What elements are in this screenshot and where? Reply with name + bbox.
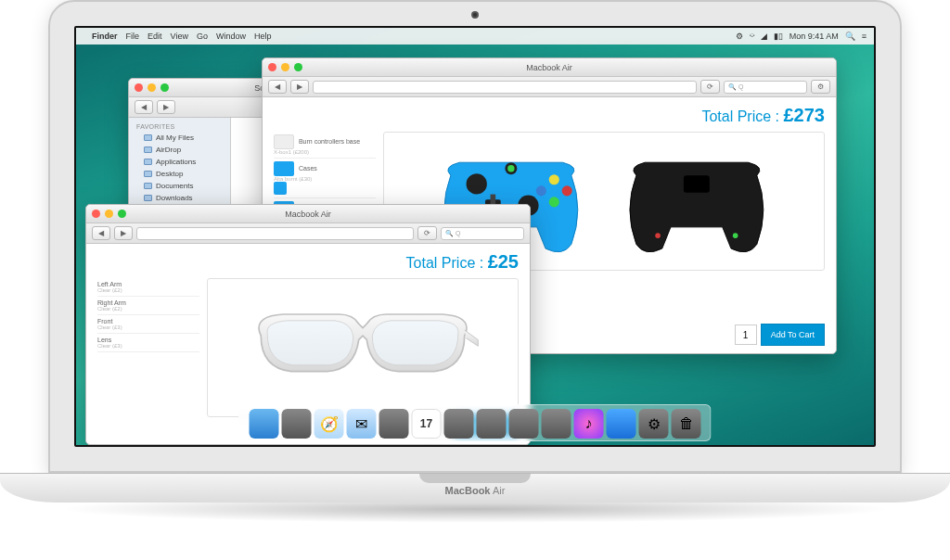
forward-button[interactable]: ▶ (290, 80, 309, 94)
dock-prefs-icon[interactable]: ⚙ (639, 409, 669, 439)
dock-trash-icon[interactable]: 🗑 (672, 409, 701, 439)
svg-point-5 (549, 197, 559, 207)
sidebar-item-applications[interactable]: Applications (129, 156, 230, 168)
desktop-screen: Finder File Edit View Go Window Help ⚙ ⌔… (74, 26, 876, 447)
address-bar[interactable] (313, 81, 697, 94)
controller-back-image (610, 141, 783, 261)
laptop-notch (419, 474, 531, 483)
option-left-arm[interactable]: Left ArmClear (£2) (97, 278, 199, 297)
dock-facetime-icon[interactable] (542, 409, 571, 439)
back-button[interactable]: ◀ (92, 226, 110, 240)
search-icon: 🔍 (728, 83, 737, 91)
macbook-mockup: Finder File Edit View Go Window Help ⚙ ⌔… (48, 0, 902, 519)
dock-mail-icon[interactable]: ✉︎ (347, 409, 377, 439)
dock-contacts-icon[interactable] (379, 409, 409, 439)
zoom-icon[interactable] (118, 210, 126, 218)
forward-button[interactable]: ▶ (114, 226, 133, 240)
sidebar-item-downloads[interactable]: Downloads (129, 192, 230, 204)
volume-icon[interactable]: ◢ (761, 32, 767, 41)
bluetooth-icon[interactable]: ⚙ (736, 32, 743, 41)
spotlight-icon[interactable]: 🔍 (845, 32, 855, 41)
option-base[interactable]: Burn controllers base X-box1 (£200) (274, 132, 376, 159)
camera-dot (471, 11, 479, 19)
browser-title: Macbook Air (526, 63, 572, 72)
total-price: Total Price : £25 (97, 251, 519, 273)
product-preview (207, 278, 519, 417)
svg-point-3 (562, 185, 572, 196)
menu-edit[interactable]: Edit (148, 32, 162, 41)
menu-help[interactable]: Help (254, 32, 272, 41)
airdrop-icon (144, 146, 152, 153)
close-icon[interactable] (268, 63, 276, 71)
option-lens[interactable]: LensClear (£3) (97, 334, 199, 352)
dock-calendar-icon[interactable]: 17 (412, 409, 442, 439)
browser-toolbar: ◀ ▶ ⟳ 🔍Q (86, 223, 530, 244)
dock-notes-icon[interactable] (444, 409, 474, 439)
battery-icon[interactable]: ▮▯ (774, 32, 783, 41)
documents-icon (144, 183, 152, 189)
laptop-bezel: Finder File Edit View Go Window Help ⚙ ⌔… (48, 0, 902, 473)
favorites-header: FAVORITES (129, 121, 230, 132)
sidebar-item-documents[interactable]: Documents (129, 180, 230, 192)
dock: 🧭 ✉︎ 17 ♪ ⚙ 🗑 (239, 404, 712, 441)
svg-rect-11 (684, 175, 710, 193)
reload-button[interactable]: ⟳ (700, 80, 720, 94)
zoom-icon[interactable] (160, 83, 169, 92)
zoom-icon[interactable] (294, 63, 302, 71)
total-price: Total Price : £273 (274, 105, 825, 126)
laptop-base: MacBook Air (0, 473, 950, 503)
svg-point-13 (733, 233, 738, 238)
notifications-icon[interactable]: ≡ (862, 32, 867, 41)
dock-launchpad-icon[interactable] (282, 409, 312, 439)
option-right-arm[interactable]: Right ArmClear (£2) (97, 297, 199, 315)
add-to-cart-button[interactable]: Add To Cart (761, 324, 825, 346)
sidebar-item-desktop[interactable]: Desktop (129, 168, 230, 180)
controller-thumb-icon (274, 134, 294, 149)
wifi-icon[interactable]: ⌔ (750, 32, 754, 41)
downloads-icon (144, 195, 152, 201)
close-icon[interactable] (92, 210, 100, 218)
laptop-label: MacBook Air (445, 485, 506, 496)
menu-go[interactable]: Go (197, 32, 208, 41)
svg-point-4 (536, 185, 546, 196)
back-button[interactable]: ◀ (268, 80, 287, 94)
folder-icon (144, 134, 152, 141)
dock-finder-icon[interactable] (250, 409, 279, 439)
browser-toolbar: ◀ ▶ ⟳ 🔍Q ⚙ (263, 77, 836, 97)
menu-view[interactable]: View (171, 32, 188, 41)
browser-titlebar[interactable]: Macbook Air (263, 58, 836, 77)
sidebar-item-all-my-files[interactable]: All My Files (129, 132, 230, 144)
color-swatch-blue[interactable] (274, 182, 287, 195)
search-field[interactable]: 🔍Q (441, 227, 524, 240)
dock-messages-icon[interactable] (509, 409, 539, 439)
option-front[interactable]: FrontClear (£3) (97, 315, 199, 334)
minimize-icon[interactable] (281, 63, 289, 71)
minimize-icon[interactable] (148, 83, 156, 92)
sidebar-item-airdrop[interactable]: AirDrop (129, 144, 230, 156)
apps-icon (144, 159, 152, 165)
search-field[interactable]: 🔍Q (724, 81, 807, 94)
menubar-app[interactable]: Finder (92, 32, 118, 41)
menu-window[interactable]: Window (216, 32, 246, 41)
browser-title: Macbook Air (285, 210, 331, 219)
minimize-icon[interactable] (105, 210, 113, 218)
svg-point-0 (467, 173, 487, 194)
close-icon[interactable] (135, 83, 143, 92)
dock-safari-icon[interactable]: 🧭 (315, 409, 344, 439)
dock-appstore-icon[interactable] (607, 409, 636, 439)
option-cases[interactable]: Cases Alta burnt (£30) (274, 159, 376, 198)
controller-thumb-icon (274, 161, 294, 176)
back-button[interactable]: ◀ (135, 100, 153, 114)
dock-maps-icon[interactable] (477, 409, 507, 439)
forward-button[interactable]: ▶ (157, 100, 175, 114)
reload-button[interactable]: ⟳ (417, 226, 437, 240)
browser-titlebar[interactable]: Macbook Air (86, 205, 530, 223)
price-amount: £25 (488, 251, 519, 272)
menubar-clock[interactable]: Mon 9:41 AM (790, 32, 839, 41)
quantity-input[interactable] (735, 325, 757, 345)
settings-button[interactable]: ⚙ (811, 80, 830, 94)
address-bar[interactable] (136, 227, 414, 240)
dock-itunes-icon[interactable]: ♪ (574, 409, 604, 439)
menu-file[interactable]: File (126, 32, 140, 41)
options-list: Left ArmClear (£2) Right ArmClear (£2) F… (97, 278, 199, 417)
